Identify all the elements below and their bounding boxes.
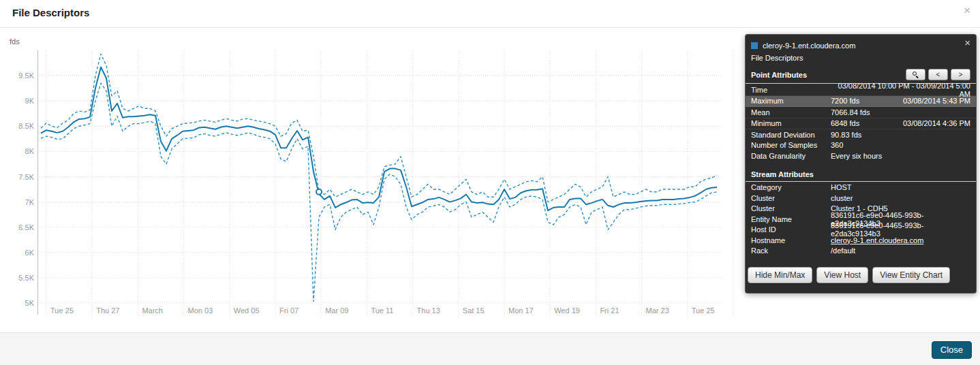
- close-button[interactable]: Close: [932, 341, 972, 359]
- stream-attributes-title: Stream Attributes: [751, 170, 814, 178]
- x-tick-label: Tue 11: [371, 306, 393, 315]
- magnifier-icon: [913, 72, 919, 78]
- attr-row-host-id: Host ID 836191c6-e9e0-4465-993b-e2da3c91…: [746, 225, 976, 236]
- mean-line[interactable]: [41, 67, 717, 211]
- x-tick-label: Thu 27: [96, 306, 119, 315]
- hide-minmax-button[interactable]: Hide Min/Max: [748, 267, 812, 283]
- y-tick-label: 6K: [10, 249, 34, 257]
- x-tick-label: Mar 09: [325, 306, 348, 315]
- maximum-line[interactable]: [41, 54, 717, 202]
- attr-row-mean[interactable]: Mean 7066.84 fds: [746, 107, 976, 118]
- panel-metric-name: File Descriptors: [751, 54, 970, 64]
- x-tick-label: Mon 03: [188, 306, 213, 315]
- attr-row-maximum[interactable]: Maximum 7200 fds 03/08/2014 5:43 PM: [746, 96, 976, 108]
- divider: [746, 181, 976, 182]
- view-host-button[interactable]: View Host: [816, 267, 868, 283]
- y-tick-label: 9K: [10, 97, 34, 105]
- panel-close-icon[interactable]: ×: [964, 37, 970, 48]
- x-tick-label: March: [142, 306, 163, 315]
- view-entity-chart-button[interactable]: View Entity Chart: [872, 267, 950, 283]
- previous-point-button[interactable]: <: [928, 69, 948, 80]
- y-tick-label: 8K: [10, 147, 34, 155]
- attr-row-time: Time 03/08/2014 10:00 PM - 03/09/2014 5:…: [746, 84, 976, 96]
- x-tick-label: Mon 17: [508, 306, 534, 315]
- panel-hostname: cleroy-9-1.ent.cloudera.com: [763, 42, 855, 50]
- y-tick-label: 5.5K: [10, 274, 34, 282]
- y-tick-label: 8.5K: [10, 122, 34, 130]
- y-tick-label: 7K: [10, 198, 34, 206]
- selected-point-marker[interactable]: [316, 189, 322, 195]
- y-tick-label: 6.5K: [10, 223, 34, 232]
- attr-row-granularity: Data Granularity Every six hours: [746, 150, 976, 161]
- x-tick-label: Mar 23: [646, 306, 669, 315]
- y-tick-label: 5K: [10, 299, 34, 307]
- next-point-button[interactable]: >: [951, 69, 970, 80]
- chart-area: fds 5K5.5K6K6.5K7K7.5K8K8.5K9K9.5KTue 25…: [0, 0, 739, 332]
- attr-row-rack: Rack /default: [746, 246, 976, 257]
- x-tick-label: Thu 13: [417, 306, 440, 315]
- x-tick-label: Tue 25: [692, 306, 715, 315]
- x-tick-label: Wed 19: [554, 306, 580, 315]
- attr-row-minimum[interactable]: Minimum 6848 fds 03/08/2014 4:36 PM: [746, 118, 976, 130]
- attr-row-category: Category HOST: [746, 182, 976, 193]
- attr-row-samples: Number of Samples 360: [746, 140, 976, 151]
- y-tick-label: 9.5K: [10, 72, 34, 80]
- x-tick-label: Sat 15: [463, 306, 485, 315]
- attr-row-hostname: Hostname cleroy-9-1.ent.cloudera.com: [746, 235, 976, 246]
- y-tick-label: 7.5K: [10, 173, 34, 181]
- timeseries-chart[interactable]: [0, 0, 739, 332]
- close-icon[interactable]: ×: [964, 4, 970, 18]
- point-details-panel: × cleroy-9-1.ent.cloudera.com File Descr…: [745, 34, 977, 293]
- x-tick-label: Fri 07: [279, 306, 298, 315]
- hostname-link[interactable]: cleroy-9-1.ent.cloudera.com: [831, 236, 923, 244]
- dialog-footer: Close: [0, 332, 980, 365]
- series-color-swatch: [751, 42, 758, 49]
- attr-row-cluster: Cluster cluster: [746, 193, 976, 204]
- chart-detail-dialog: File Descriptors × fds 5K5.5K6K6.5K7K7.5…: [0, 0, 980, 365]
- x-tick-label: Fri 21: [600, 306, 619, 315]
- point-attributes-title: Point Attributes: [751, 71, 807, 79]
- x-tick-label: Tue 25: [50, 306, 74, 315]
- x-tick-label: Wed 05: [234, 306, 260, 315]
- zoom-to-point-button[interactable]: [906, 69, 925, 80]
- attr-row-stddev: Standard Deviation 90.83 fds: [746, 129, 976, 140]
